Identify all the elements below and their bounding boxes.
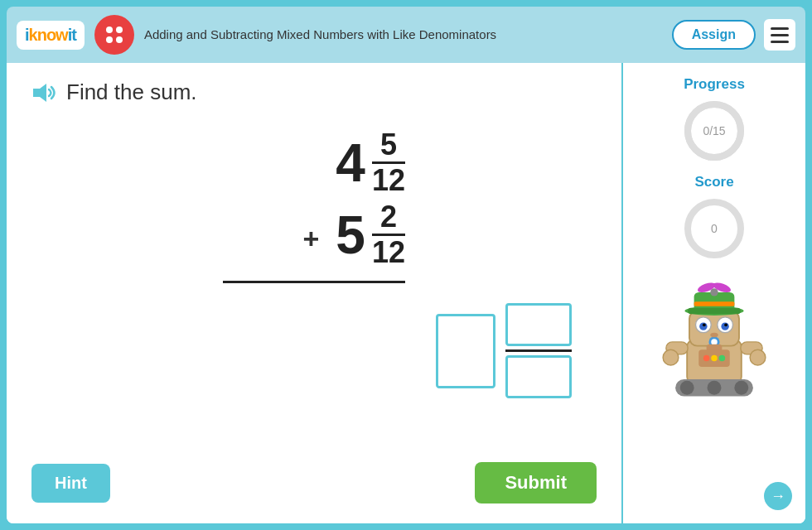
answer-denominator-input[interactable] xyxy=(505,355,572,398)
header-actions: Assign xyxy=(672,19,795,51)
number2-fraction: 2 12 xyxy=(372,202,405,267)
second-mixed-number: 5 2 12 xyxy=(336,202,405,267)
svg-point-17 xyxy=(724,323,727,326)
hint-button[interactable]: Hint xyxy=(31,464,110,503)
next-button[interactable]: → xyxy=(764,482,792,510)
activity-icon xyxy=(94,15,134,55)
svg-point-24 xyxy=(663,349,679,365)
number1-denominator: 12 xyxy=(372,166,405,195)
svg-point-32 xyxy=(711,355,718,362)
robot-illustration xyxy=(656,278,772,402)
answer-fraction-bar xyxy=(505,349,572,352)
answer-fraction-area xyxy=(505,303,572,398)
score-label: Score xyxy=(694,174,733,190)
bottom-bar: Hint Submit xyxy=(31,452,597,507)
number2-whole: 5 xyxy=(336,209,365,262)
svg-point-16 xyxy=(703,323,706,326)
svg-marker-0 xyxy=(33,84,46,102)
problem-divider xyxy=(223,281,405,283)
svg-point-28 xyxy=(708,381,722,395)
first-mixed-number: 4 5 12 xyxy=(336,130,405,195)
header: iknowit Adding and Subtracting Mixed Num… xyxy=(7,7,805,63)
progress-section: Progress 0/15 xyxy=(681,76,747,164)
second-number-row: + 5 2 12 xyxy=(303,202,406,267)
math-area: 4 5 12 + 5 xyxy=(31,122,597,452)
svg-point-25 xyxy=(750,349,766,365)
assign-button[interactable]: Assign xyxy=(672,20,756,50)
operator: + xyxy=(303,223,320,255)
svg-point-19 xyxy=(711,339,718,345)
answer-area xyxy=(436,303,572,398)
number1-fraction: 5 12 xyxy=(372,130,405,195)
question-text: Find the sum. xyxy=(66,80,197,105)
number2-numerator: 2 xyxy=(380,202,397,232)
submit-button[interactable]: Submit xyxy=(475,462,597,504)
activity-title: Adding and Subtracting Mixed Numbers wit… xyxy=(144,26,662,43)
progress-circle: 0/15 xyxy=(681,98,747,164)
score-circle: 0 xyxy=(681,195,747,262)
svg-point-31 xyxy=(703,355,710,362)
svg-point-20 xyxy=(710,333,718,338)
number1-whole: 4 xyxy=(336,137,365,190)
hamburger-line-1 xyxy=(771,27,789,30)
left-panel: Find the sum. 4 5 12 xyxy=(7,63,623,523)
svg-point-29 xyxy=(734,381,748,395)
hamburger-line-3 xyxy=(771,41,789,43)
svg-rect-8 xyxy=(688,308,741,315)
number1-numerator: 5 xyxy=(380,130,397,160)
progress-value: 0/15 xyxy=(703,124,725,137)
svg-rect-34 xyxy=(694,301,735,306)
problem-container: 4 5 12 + 5 xyxy=(223,130,405,290)
answer-numerator-input[interactable] xyxy=(505,303,572,346)
answer-whole-input[interactable] xyxy=(436,314,495,388)
svg-point-27 xyxy=(680,381,694,395)
sound-button[interactable] xyxy=(31,83,58,103)
main-area: Find the sum. 4 5 12 xyxy=(7,63,805,523)
arrow-right-icon: → xyxy=(771,488,785,505)
logo: iknowit xyxy=(17,21,85,50)
question-header: Find the sum. xyxy=(31,80,597,105)
hamburger-line-2 xyxy=(771,34,789,36)
progress-label: Progress xyxy=(684,76,745,93)
score-value: 0 xyxy=(711,222,718,235)
logo-text: iknowit xyxy=(25,26,76,45)
svg-point-9 xyxy=(710,288,718,296)
right-panel: Progress 0/15 Score 0 xyxy=(623,63,805,523)
number2-denominator: 12 xyxy=(372,238,405,267)
score-section: Score 0 xyxy=(681,174,747,262)
svg-point-33 xyxy=(719,355,726,362)
menu-button[interactable] xyxy=(764,19,795,51)
first-number-row: 4 5 12 xyxy=(294,130,405,195)
